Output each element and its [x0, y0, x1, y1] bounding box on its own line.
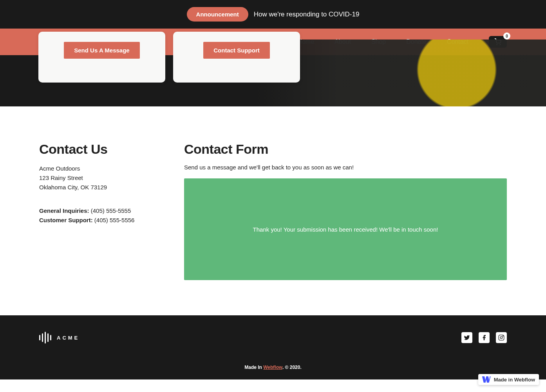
bottom-whitespace	[0, 379, 546, 392]
announcement-text: How we're responding to COVID-19	[254, 11, 360, 18]
contact-form-column: Contact Form Send us a message and we'll…	[184, 142, 507, 280]
general-inquiries-phone: (405) 555-5555	[91, 207, 131, 214]
instagram-icon	[498, 334, 504, 341]
contact-form-heading: Contact Form	[184, 142, 507, 157]
contact-info-column: Contact Us Acme Outdoors 123 Rainy Stree…	[39, 142, 149, 280]
customer-support-line: Customer Support: (405) 555-5556	[39, 216, 149, 225]
support-card: Contact Support	[173, 32, 300, 83]
city-state-zip: Oklahoma City, OK 73129	[39, 183, 149, 192]
general-inquiries-label: General Inquiries:	[39, 207, 89, 214]
social-links	[461, 332, 507, 343]
webflow-badge[interactable]: Made in Webflow	[478, 374, 539, 385]
footer: ACME Made In Webflow. © 2020.	[0, 315, 546, 379]
footer-top: ACME	[0, 315, 546, 360]
general-inquiries-line: General Inquiries: (405) 555-5555	[39, 206, 149, 216]
webflow-badge-text: Made in Webflow	[494, 377, 535, 383]
copyright-text: . © 2020.	[282, 365, 302, 370]
cart-count-badge: 0	[503, 32, 510, 40]
footer-logo-bars-icon	[39, 332, 51, 343]
message-card: Send Us A Message	[38, 32, 165, 83]
svg-point-4	[503, 336, 503, 336]
announcement-pill: Announcement	[187, 7, 248, 22]
address-block: Acme Outdoors 123 Rainy Street Oklahoma …	[39, 164, 149, 192]
hero-section: Send Us A Message Contact Support	[0, 55, 546, 106]
svg-point-3	[500, 336, 502, 338]
announcement-banner[interactable]: Announcement How we're responding to COV…	[0, 0, 546, 29]
footer-logo-text: ACME	[57, 335, 80, 341]
twitter-icon	[464, 334, 470, 341]
customer-support-phone: (405) 555-5556	[94, 217, 135, 223]
footer-bottom: Made In Webflow. © 2020.	[0, 360, 546, 379]
contact-us-heading: Contact Us	[39, 142, 149, 157]
made-in-text: Made In	[244, 365, 263, 370]
contact-form-subtext: Send us a message and we'll get back to …	[184, 164, 507, 171]
company-name: Acme Outdoors	[39, 164, 149, 173]
phone-block: General Inquiries: (405) 555-5555 Custom…	[39, 206, 149, 225]
webflow-logo-icon	[482, 376, 491, 383]
instagram-link[interactable]	[496, 332, 507, 343]
facebook-icon	[481, 334, 487, 341]
footer-logo-link[interactable]: ACME	[39, 332, 80, 343]
webflow-link[interactable]: Webflow	[263, 365, 282, 370]
customer-support-label: Customer Support:	[39, 217, 93, 223]
contact-support-button[interactable]: Contact Support	[203, 42, 270, 59]
main-content: Contact Us Acme Outdoors 123 Rainy Stree…	[0, 106, 546, 315]
success-text: Thank you! Your submission has been rece…	[253, 226, 438, 233]
send-message-button[interactable]: Send Us A Message	[64, 42, 139, 59]
twitter-link[interactable]	[461, 332, 472, 343]
street-address: 123 Rainy Street	[39, 173, 149, 183]
form-success-message: Thank you! Your submission has been rece…	[184, 178, 507, 280]
facebook-link[interactable]	[479, 332, 490, 343]
